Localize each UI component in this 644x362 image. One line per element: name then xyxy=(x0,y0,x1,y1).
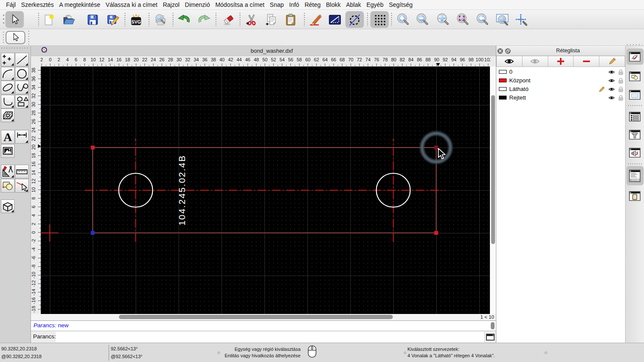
menu-egy-b[interactable]: Egyéb xyxy=(367,1,384,8)
layer-list-dock-button[interactable] xyxy=(626,48,644,65)
block-list-dock-button[interactable] xyxy=(626,68,644,84)
menu-r-teg[interactable]: Réteg xyxy=(304,1,320,8)
zoom-window-button[interactable] xyxy=(495,12,510,27)
arc-tool-button[interactable] xyxy=(1,67,15,81)
select-arrow-button[interactable] xyxy=(6,11,24,28)
menu-seg-ts-g[interactable]: Segítség xyxy=(389,1,413,8)
copy-icon xyxy=(264,13,278,27)
menu-a-megtekint-se[interactable]: A megtekintése xyxy=(59,1,100,8)
print-preview-button[interactable] xyxy=(153,12,168,27)
redo-button[interactable] xyxy=(197,12,212,27)
order-tool-button[interactable] xyxy=(1,179,15,193)
toolbar-handle[interactable] xyxy=(28,31,29,45)
command-line-dock-button[interactable] xyxy=(626,166,644,185)
menu-v-lassza-ki-a-c-met[interactable]: Válassza ki a címet xyxy=(106,1,158,8)
svg-text:6: 6 xyxy=(31,205,36,208)
command-history-scrollbar[interactable] xyxy=(490,321,495,330)
command-window-toggle-button[interactable] xyxy=(484,332,495,342)
svg-text:40: 40 xyxy=(219,57,225,62)
palette-handle[interactable] xyxy=(1,48,29,48)
entity-list-dock-button[interactable] xyxy=(626,109,644,124)
snap-selection-button[interactable] xyxy=(6,31,25,44)
open-file-button[interactable] xyxy=(61,12,76,27)
layer-row-0[interactable]: 0 xyxy=(496,68,625,76)
text-tool-button[interactable] xyxy=(1,130,15,144)
zoom-pan-button[interactable] xyxy=(514,12,529,27)
library-browser-dock-button[interactable] xyxy=(626,87,644,103)
dimension-tool-button[interactable] xyxy=(15,130,29,144)
submenu-corner xyxy=(11,77,14,80)
line-tool-button[interactable] xyxy=(15,53,29,66)
vertical-scrollbar[interactable] xyxy=(490,66,496,314)
points-tool-button[interactable] xyxy=(1,53,15,66)
undo-icon xyxy=(177,13,191,27)
hide-all-layers-button[interactable] xyxy=(522,56,548,67)
copy-button[interactable] xyxy=(264,12,279,27)
toolbar-handle[interactable] xyxy=(3,32,4,44)
save-button[interactable] xyxy=(85,12,100,27)
menu-snap[interactable]: Snap xyxy=(270,1,284,8)
menu-szerkeszt-s[interactable]: Szerkesztés xyxy=(21,1,54,8)
vertical-scrollbar-thumb[interactable] xyxy=(491,95,495,244)
paste-button[interactable] xyxy=(283,12,298,27)
add-layer-button[interactable] xyxy=(548,56,574,67)
menu-dimenzi-[interactable]: Dimenzió xyxy=(185,1,210,8)
menu-ablak[interactable]: Ablak xyxy=(346,1,361,8)
grid-toggle-button[interactable] xyxy=(371,11,389,28)
layer-row-központ[interactable]: Központ xyxy=(496,76,625,85)
submenu-corner xyxy=(11,63,14,66)
remove-layer-button[interactable] xyxy=(573,56,599,67)
submenu-corner xyxy=(25,91,28,94)
selection-filter-dock-button[interactable] xyxy=(626,127,644,142)
save-as-button[interactable] xyxy=(106,12,120,27)
ellipse-tool-button[interactable] xyxy=(1,81,15,94)
show-all-layers-button[interactable] xyxy=(496,56,522,67)
zoom-selected-button[interactable] xyxy=(456,12,470,27)
close-panel-icon[interactable] xyxy=(497,48,503,54)
draft-mode-button[interactable] xyxy=(346,11,364,28)
zoom-previous-button[interactable] xyxy=(475,12,490,27)
spline-tool-button[interactable] xyxy=(15,81,29,94)
zoom-in-button[interactable] xyxy=(396,12,410,27)
horizontal-scrollbar-thumb[interactable] xyxy=(119,315,393,319)
delete-selected-button[interactable] xyxy=(221,12,236,27)
submenu-corner xyxy=(25,140,28,143)
submenu-corner xyxy=(25,105,28,108)
menu-f-jl[interactable]: Fájl xyxy=(6,1,16,8)
image-tool-button[interactable] xyxy=(1,144,15,158)
zoom-out-button[interactable] xyxy=(415,12,430,27)
dock-strip-handle[interactable] xyxy=(627,44,642,45)
undo-button[interactable] xyxy=(176,12,191,27)
menu-m-dos-tsa-a-c-met[interactable]: Módosítsa a címet xyxy=(215,1,264,8)
export-svg-button[interactable] xyxy=(129,12,143,27)
layer-row-látható[interactable]: Látható xyxy=(496,85,625,94)
command-history[interactable]: Parancs: new xyxy=(31,321,496,331)
shape-tool-button[interactable] xyxy=(15,95,29,109)
layer-row-rejtett[interactable]: Rejtett xyxy=(496,94,625,102)
cut-button[interactable] xyxy=(245,12,259,27)
toolbar-handle[interactable] xyxy=(3,15,4,25)
horizontal-scrollbar[interactable]: 1 < 10 xyxy=(30,314,496,320)
solid-tool-button[interactable] xyxy=(1,199,15,213)
new-document-button[interactable] xyxy=(41,12,56,27)
zoom-auto-button[interactable] xyxy=(436,12,450,27)
circle-tool-button[interactable] xyxy=(15,67,29,81)
menu-inf-[interactable]: Infó xyxy=(289,1,299,8)
measure-icon xyxy=(15,165,28,178)
clipboard-dock-button[interactable] xyxy=(626,188,644,204)
measure-tool-button[interactable] xyxy=(15,165,29,178)
pen-button[interactable] xyxy=(308,12,323,27)
menu-blokk[interactable]: Blokk xyxy=(326,1,340,8)
command-input[interactable] xyxy=(56,332,485,342)
notification-dock-button[interactable] xyxy=(626,145,644,160)
redo-icon xyxy=(197,13,211,27)
menu-rajzol[interactable]: Rajzol xyxy=(163,1,179,8)
edit-layer-button[interactable] xyxy=(599,56,625,67)
float-panel-icon[interactable] xyxy=(505,48,511,54)
hatch-tool-button[interactable] xyxy=(1,109,15,122)
drawing-canvas[interactable]: 104.245.02.4B xyxy=(41,66,490,314)
angle-guide-button[interactable] xyxy=(328,12,342,27)
select-tool-button[interactable] xyxy=(15,179,29,193)
modify-tool-button[interactable] xyxy=(1,165,15,178)
polyline-tool-button[interactable] xyxy=(1,95,15,109)
